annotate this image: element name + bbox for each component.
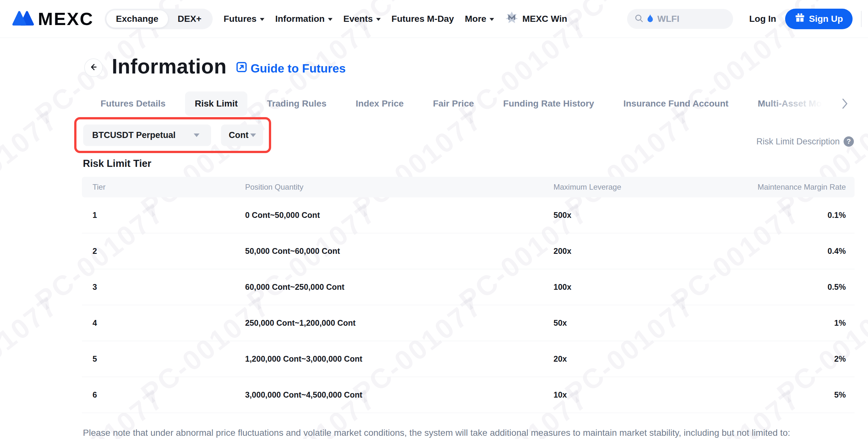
cell-maintenance-margin-rate: 2% [711,354,846,364]
cell-tier: 2 [93,246,245,256]
highlight-annotation: BTCUSDT Perpetual Cont [74,117,271,153]
guide-to-futures-link[interactable]: Guide to Futures [236,61,346,76]
nav-item-label: Events [343,14,373,24]
cell-position-quantity: 50,000 Cont~60,000 Cont [245,246,554,256]
mexc-logo-icon [12,9,34,29]
nav-item-label: More [465,14,486,24]
chevron-down-icon [194,134,199,137]
page-title: Information [112,55,226,78]
toggle-dex[interactable]: DEX+ [168,10,211,28]
table-body: 10 Cont~50,000 Cont500x0.1%250,000 Cont~… [82,197,855,413]
signup-label: Sign Up [809,14,843,24]
chevron-down-icon [260,18,265,21]
nav-item-label: Information [275,14,325,24]
cell-position-quantity: 3,000,000 Cont~4,500,000 Cont [245,390,554,400]
tab-trading-rules[interactable]: Trading Rules [257,92,336,116]
col-header-maintenance-margin-rate: Maintenance Margin Rate [711,182,846,192]
cell-tier: 1 [93,210,245,220]
market-toggle: Exchange DEX+ [105,9,213,29]
cell-tier: 3 [93,282,245,292]
cell-max-leverage: 100x [554,282,711,292]
nav-item-label: Futures [224,14,257,24]
nav-item-futures-m-day[interactable]: Futures M-Day [392,14,454,24]
watermark: PC-001077 [0,104,64,224]
cell-max-leverage: 200x [554,246,711,256]
cell-maintenance-margin-rate: 0.1% [711,210,846,220]
col-header-max-leverage: Maximum Leverage [554,182,711,192]
table-row: 360,000 Cont~250,000 Cont100x0.5% [82,269,855,305]
gift-icon [795,12,805,25]
tab-index-price[interactable]: Index Price [346,92,413,116]
back-button[interactable] [84,58,103,77]
contract-select[interactable]: BTCUSDT Perpetual [83,125,211,146]
table-row: 63,000,000 Cont~4,500,000 Cont10x5% [82,377,855,413]
nav-item-mexc-win[interactable]: MEXC Win [505,11,567,27]
risk-limit-description-label: Risk Limit Description [756,137,840,147]
tab-funding-rate-history[interactable]: Funding Rate History [493,92,603,116]
nav-edge-divider [861,11,862,27]
table-row: 250,000 Cont~60,000 Cont200x0.4% [82,233,855,269]
tab-multi-asset-mode-trading[interactable]: Multi-Asset Mode Trading [748,92,839,116]
watermark: PC-001077 [0,290,64,410]
tab-insurance-fund-account[interactable]: Insurance Fund Account [614,92,738,116]
hot-flame-icon [647,14,654,24]
contract-select-value: BTCUSDT Perpetual [92,130,176,140]
arrow-left-icon [89,62,98,73]
unit-select[interactable]: Cont [221,125,263,146]
col-header-tier: Tier [93,182,245,192]
cell-maintenance-margin-rate: 0.5% [711,282,846,292]
cell-position-quantity: 60,000 Cont~250,000 Cont [245,282,554,292]
cell-position-quantity: 1,200,000 Cont~3,000,000 Cont [245,354,554,364]
table-row: 10 Cont~50,000 Cont500x0.1% [82,197,855,233]
cell-maintenance-margin-rate: 1% [711,318,846,328]
chevron-down-icon [376,18,381,21]
cell-max-leverage: 10x [554,390,711,400]
section-heading: Risk Limit Tier [83,158,151,169]
nav-items: FuturesInformationEventsFutures M-DayMor… [224,14,494,24]
cell-tier: 6 [93,390,245,400]
guide-book-icon [236,61,248,76]
nav-item-futures[interactable]: Futures [224,14,265,24]
chevron-down-icon [328,18,333,21]
search-input[interactable] [657,13,711,24]
tab-fair-price[interactable]: Fair Price [424,92,484,116]
chevron-down-icon [490,18,494,21]
risk-limit-table: Tier Position Quantity Maximum Leverage … [82,177,855,413]
unit-select-value: Cont [229,130,248,140]
cell-tier: 5 [93,354,245,364]
table-header-row: Tier Position Quantity Maximum Leverage … [82,177,855,197]
cell-max-leverage: 500x [554,210,711,220]
col-header-position-quantity: Position Quantity [245,182,554,192]
cell-tier: 4 [93,318,245,328]
chevron-down-icon [250,134,256,137]
tab-risk-limit[interactable]: Risk Limit [185,92,247,116]
signup-button[interactable]: Sign Up [785,9,852,29]
nav-left-group: MEXC Exchange DEX+ FuturesInformationEve… [0,8,567,29]
nav-item-information[interactable]: Information [275,14,333,24]
tab-futures-details[interactable]: Futures Details [91,92,175,116]
risk-limit-description-link[interactable]: Risk Limit Description ? [756,136,854,147]
cell-maintenance-margin-rate: 0.4% [711,246,846,256]
footer-note: Please note that under abnormal price fl… [83,428,790,438]
nav-right-group: Log In Sign Up [627,9,868,29]
table-row: 51,200,000 Cont~3,000,000 Cont20x2% [82,341,855,377]
top-nav: MEXC Exchange DEX+ FuturesInformationEve… [0,0,868,38]
toggle-exchange[interactable]: Exchange [106,10,168,28]
tabs-row: Futures DetailsRisk LimitTrading RulesIn… [91,91,839,116]
guide-link-label: Guide to Futures [251,62,346,75]
nav-item-events[interactable]: Events [343,14,381,24]
search-box[interactable] [627,9,733,29]
mexc-win-label: MEXC Win [522,14,567,24]
mexc-win-badge-icon [505,11,519,27]
cell-max-leverage: 50x [554,318,711,328]
search-icon [634,13,644,24]
nav-item-more[interactable]: More [465,14,494,24]
mexc-logo[interactable]: MEXC [12,8,94,29]
tabs-scroll-chevron[interactable] [842,98,848,111]
cell-position-quantity: 250,000 Cont~1,200,000 Cont [245,318,554,328]
login-button[interactable]: Log In [749,14,776,24]
table-row: 4250,000 Cont~1,200,000 Cont50x1% [82,305,855,341]
cell-maintenance-margin-rate: 5% [711,390,846,400]
cell-max-leverage: 20x [554,354,711,364]
help-question-icon[interactable]: ? [844,136,854,147]
